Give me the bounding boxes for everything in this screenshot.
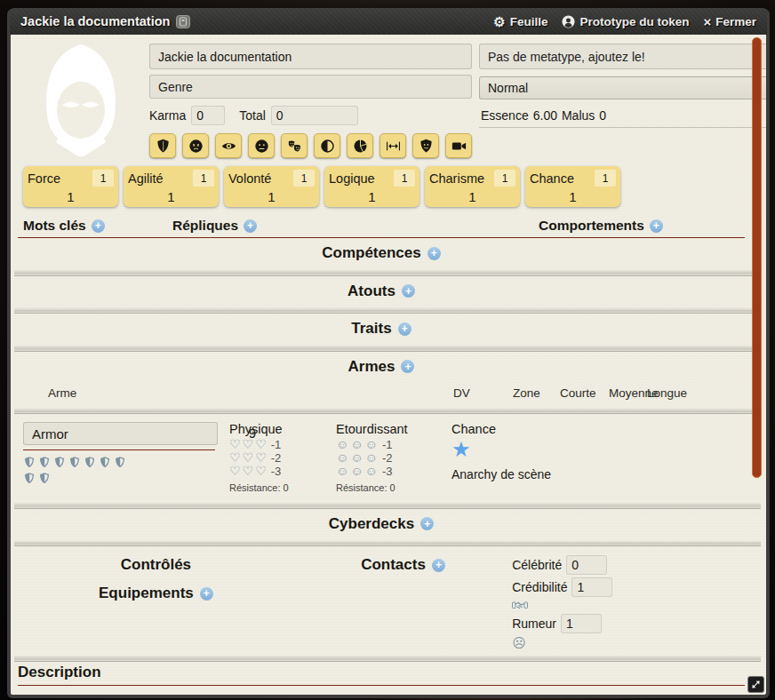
smiley-icon[interactable]: ☺: [365, 438, 378, 451]
karma-total-input[interactable]: [271, 106, 358, 125]
memory-roll-button[interactable]: [347, 133, 373, 158]
resistance-roll-button[interactable]: [412, 133, 439, 158]
credibility-input[interactable]: [571, 577, 612, 597]
heart-icon[interactable]: ♡: [255, 438, 267, 451]
character-name-input[interactable]: [149, 44, 472, 69]
heart-icon[interactable]: ♡: [229, 438, 241, 451]
smiley-icon[interactable]: ☺: [350, 438, 363, 451]
surveillance-roll-button[interactable]: [445, 133, 472, 158]
perception-roll-button[interactable]: [215, 133, 242, 158]
shield-pip-icon[interactable]: [68, 456, 81, 469]
shield-pip-icon[interactable]: [53, 456, 66, 469]
shield-pip-icon[interactable]: [84, 456, 96, 469]
shield-pip-icon[interactable]: [38, 472, 51, 485]
athletics-roll-button[interactable]: [380, 133, 406, 158]
scrollbar-thumb[interactable]: [752, 37, 762, 478]
sheet-header: Karma Total: [23, 41, 745, 158]
composure-roll-button[interactable]: [248, 133, 275, 158]
armor-name-input[interactable]: [23, 422, 218, 445]
add-contact-button[interactable]: +: [432, 559, 445, 572]
description-section: Description: [18, 662, 745, 691]
heart-icon[interactable]: ♡: [229, 465, 241, 478]
attribute-roll-value[interactable]: 1: [429, 187, 515, 205]
add-shadowamp-button[interactable]: +: [402, 284, 415, 298]
equipment-section-header: Equipements +: [99, 585, 213, 602]
add-equipment-button[interactable]: +: [200, 587, 213, 601]
window-titlebar[interactable]: Jackie la documentation ⚙ Feuille: [10, 8, 767, 35]
add-weapon-button[interactable]: +: [401, 360, 414, 373]
heart-icon[interactable]: ♡: [243, 465, 254, 478]
metatype-input[interactable]: [479, 44, 766, 69]
star-icon[interactable]: ★: [451, 440, 471, 459]
celebrity-row: Célébrité: [512, 555, 607, 575]
karma-input[interactable]: [191, 106, 225, 125]
heart-icon[interactable]: ♡: [243, 451, 254, 465]
essence-row: Essence 6.00 Malus 0: [479, 106, 766, 128]
handshake-icon[interactable]: [512, 600, 528, 611]
meh-face-icon: [254, 139, 269, 154]
vertical-scrollbar[interactable]: [752, 37, 762, 692]
close-button[interactable]: × Fermer: [703, 15, 756, 28]
add-quality-button[interactable]: +: [398, 322, 411, 336]
essence-label: Essence: [481, 108, 529, 123]
intimidation-roll-button[interactable]: [182, 133, 209, 158]
attribute-max-input[interactable]: [595, 170, 616, 187]
metatype-select[interactable]: Normal: [479, 76, 766, 99]
defense-roll-button[interactable]: [149, 133, 176, 158]
shield-pip-icon[interactable]: [23, 456, 36, 469]
heart-icon[interactable]: ♡: [243, 438, 254, 451]
add-cyberdeck-button[interactable]: +: [420, 517, 434, 530]
smiley-icon[interactable]: ☺: [365, 451, 378, 465]
attribute-max-input[interactable]: [92, 170, 114, 187]
shield-face-icon: [419, 139, 434, 154]
smiley-icon[interactable]: ☺: [365, 465, 378, 478]
smiley-icon[interactable]: ☺: [336, 438, 348, 451]
malus-label: Malus: [562, 108, 595, 123]
pie-chart-icon: [353, 139, 368, 154]
sheet-config-button[interactable]: ⚙ Feuille: [493, 15, 547, 28]
window-resize-handle[interactable]: [747, 676, 764, 693]
heart-icon[interactable]: ♡: [255, 451, 267, 465]
attribute-card-agilite: Agilité 1: [124, 166, 219, 207]
add-keyword-button[interactable]: +: [92, 219, 105, 233]
section-divider: [14, 269, 761, 276]
add-disposition-button[interactable]: +: [650, 219, 663, 233]
attribute-max-input[interactable]: [193, 170, 214, 187]
shield-pip-icon[interactable]: [23, 472, 36, 485]
character-sheet-window: Jackie la documentation ⚙ Feuille: [7, 9, 770, 698]
qualities-title: Traits: [351, 320, 391, 338]
heart-icon[interactable]: ♡: [229, 451, 241, 465]
rumor-input[interactable]: [561, 614, 602, 633]
heart-icon[interactable]: ♡: [255, 465, 267, 478]
shield-pip-icon[interactable]: [38, 456, 51, 469]
shield-pip-icon[interactable]: [114, 456, 126, 469]
chance-monitor: Chance ★ Anarchy de scène: [443, 422, 745, 493]
attribute-roll-value[interactable]: 1: [228, 187, 315, 205]
attribute-max-input[interactable]: [494, 170, 515, 187]
add-skill-button[interactable]: +: [427, 247, 441, 260]
frown-icon[interactable]: ☹: [512, 636, 526, 649]
attribute-roll-value[interactable]: 1: [128, 187, 214, 205]
celebrity-input[interactable]: [566, 555, 607, 575]
add-cue-button[interactable]: +: [244, 219, 257, 233]
smiley-icon[interactable]: ☺: [350, 451, 363, 465]
token-prototype-button[interactable]: Prototype du token: [562, 15, 689, 28]
smiley-icon[interactable]: ☺: [336, 465, 348, 478]
credibility-row: Crédibilité: [512, 577, 612, 597]
acting-roll-button[interactable]: [281, 133, 308, 158]
attribute-max-input[interactable]: [293, 170, 315, 187]
judge-intentions-roll-button[interactable]: [314, 133, 340, 158]
half-circle-icon: [320, 139, 335, 154]
genre-input[interactable]: [149, 75, 472, 99]
weapon-col-longue: Longue: [647, 386, 745, 400]
attribute-roll-value[interactable]: 1: [329, 187, 415, 205]
attribute-roll-value[interactable]: 1: [28, 187, 114, 205]
malus-label: -3: [271, 465, 282, 478]
smiley-icon[interactable]: ☺: [336, 451, 348, 465]
shield-pip-icon[interactable]: [99, 456, 111, 469]
attribute-roll-value[interactable]: 1: [530, 187, 616, 205]
character-portrait[interactable]: [23, 41, 139, 156]
smiley-icon[interactable]: ☺: [350, 465, 363, 478]
document-link-icon[interactable]: [176, 15, 190, 28]
attribute-max-input[interactable]: [394, 170, 415, 187]
